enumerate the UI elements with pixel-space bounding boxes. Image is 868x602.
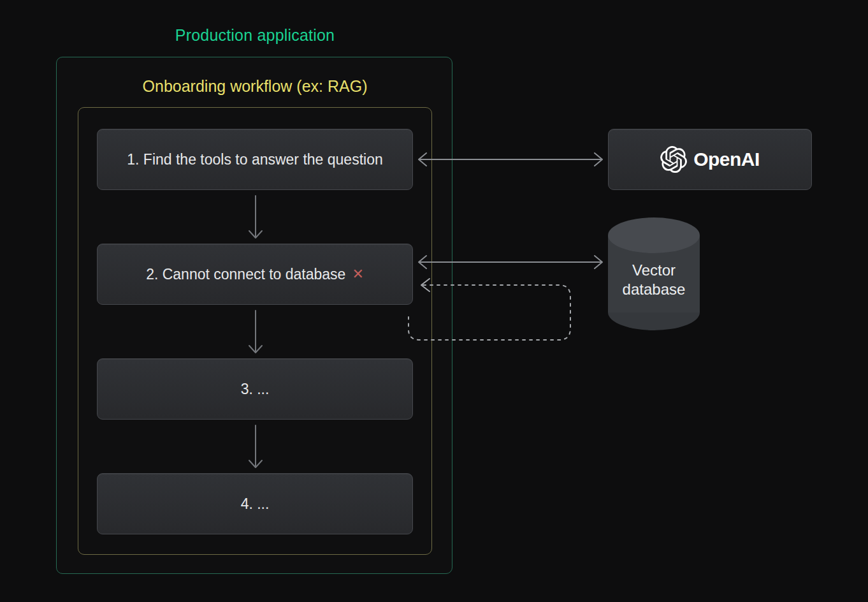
step-1-node: 1. Find the tools to answer the question — [97, 129, 413, 190]
vector-database-node: Vector database — [608, 217, 700, 330]
openai-logo-icon — [660, 146, 687, 173]
step-4-node: 4. ... — [97, 473, 413, 534]
step-2-node: 2. Cannot connect to database ✕ — [97, 244, 413, 305]
step-1-label: 1. Find the tools to answer the question — [127, 151, 382, 168]
openai-label: OpenAI — [693, 149, 760, 170]
step-2-label: 2. Cannot connect to database — [146, 266, 345, 283]
vector-database-label-line2: database — [608, 280, 700, 299]
step-3-label: 3. ... — [241, 381, 270, 398]
cylinder-top-cap — [608, 217, 700, 253]
vector-database-label: Vector database — [608, 261, 700, 299]
step-4-label: 4. ... — [241, 496, 270, 513]
error-cross-icon: ✕ — [352, 267, 363, 281]
onboarding-workflow-title: Onboarding workflow (ex: RAG) — [56, 77, 454, 96]
step-3-node: 3. ... — [97, 358, 413, 420]
openai-node: OpenAI — [608, 129, 812, 190]
production-application-title: Production application — [56, 26, 454, 45]
diagram-canvas: Production application Onboarding workfl… — [0, 0, 868, 602]
vector-database-label-line1: Vector — [608, 261, 700, 280]
